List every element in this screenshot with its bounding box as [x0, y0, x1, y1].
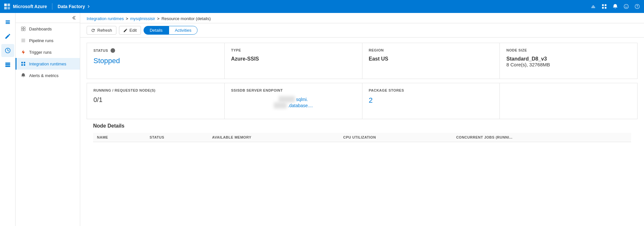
- running-nodes-card-value: 0/1: [93, 96, 218, 104]
- breadcrumb-sep-2: >: [157, 16, 160, 21]
- status-card-label: STATUS: [93, 48, 218, 53]
- integration-runtimes-label: Integration runtimes: [29, 62, 66, 66]
- svg-rect-20: [21, 27, 23, 28]
- alerts-metrics-icon: [21, 73, 26, 78]
- tab-details[interactable]: Details: [144, 26, 169, 35]
- sidebar-collapse-icon[interactable]: [71, 16, 76, 20]
- svg-rect-24: [21, 62, 23, 63]
- svg-rect-19: [5, 66, 10, 67]
- topbar-service: Data Factory: [58, 4, 90, 9]
- node-details-section: Node Details NAME STATUS AVAILABLE MEMOR…: [87, 123, 638, 145]
- svg-rect-2: [4, 7, 7, 9]
- svg-point-9: [625, 6, 626, 6]
- toolbar: Refresh Edit Details Activities: [80, 23, 644, 38]
- cards-row-2: RUNNING / REQUESTED NODE(S) 0/1 SSISDB S…: [87, 83, 638, 119]
- ssisdb-card: SSISDB SERVER ENDPOINT sqlmi. .database.…: [225, 83, 362, 119]
- ssisdb-blurred-suffix: [274, 102, 287, 108]
- status-card: STATUS Stopped: [87, 43, 225, 79]
- alerts-metrics-label: Alerts & metrics: [29, 73, 59, 78]
- svg-rect-0: [4, 4, 7, 6]
- sidebar-item-dashboards[interactable]: Dashboards: [16, 23, 80, 35]
- col-concurrent-jobs: CONCURRENT JOBS (RUNNI...: [452, 133, 631, 142]
- pipeline-runs-label: Pipeline runs: [29, 38, 53, 43]
- sidebar-item-author[interactable]: [1, 30, 14, 43]
- portal-icon[interactable]: [601, 4, 607, 9]
- topbar-actions: [590, 4, 640, 9]
- sidebar-item-integration-runtimes[interactable]: Integration runtimes: [16, 58, 80, 70]
- ssisdb-sqlmi[interactable]: sqlmi.: [296, 97, 308, 102]
- svg-point-8: [624, 4, 628, 9]
- status-card-value[interactable]: Stopped: [93, 57, 218, 65]
- cloud-shell-icon[interactable]: [590, 4, 596, 9]
- tab-group: Details Activities: [144, 26, 198, 35]
- trigger-runs-label: Trigger runs: [29, 50, 52, 55]
- node-size-card-label: NODE SIZE: [506, 48, 631, 52]
- cards-row-1: STATUS Stopped TYPE Azure-SSIS REGION: [87, 43, 638, 79]
- breadcrumb-link-1[interactable]: Integration runtimes: [87, 16, 124, 21]
- sidebar-item-data-factory[interactable]: [1, 16, 14, 28]
- ssisdb-card-value: sqlmi. .database....: [231, 96, 356, 108]
- sidebar-item-manage[interactable]: [1, 58, 14, 71]
- svg-rect-26: [21, 64, 23, 66]
- svg-rect-3: [7, 7, 10, 9]
- type-card-label: TYPE: [231, 48, 356, 52]
- breadcrumb-link-2[interactable]: mysqlmissisir: [130, 16, 155, 21]
- brand-logo: Microsoft Azure: [4, 3, 47, 10]
- breadcrumb-sep-1: >: [126, 16, 128, 21]
- sidebar-item-trigger-runs[interactable]: Trigger runs: [16, 46, 80, 58]
- col-status: STATUS: [146, 133, 208, 142]
- package-stores-card-value[interactable]: 2: [369, 96, 493, 105]
- ssisdb-card-label: SSISDB SERVER ENDPOINT: [231, 88, 356, 92]
- breadcrumb: Integration runtimes > mysqlmissisir > R…: [80, 13, 644, 23]
- svg-rect-7: [605, 7, 606, 9]
- sidebar-nav: Dashboards Pipeline runs Trigger runs: [16, 13, 80, 226]
- integration-runtimes-icon: [21, 61, 26, 66]
- svg-rect-25: [24, 62, 25, 63]
- manage-icon: [5, 62, 11, 68]
- svg-rect-13: [5, 20, 10, 21]
- col-name: NAME: [93, 133, 146, 142]
- region-card-value: East US: [369, 56, 493, 62]
- running-nodes-card: RUNNING / REQUESTED NODE(S) 0/1: [87, 83, 225, 119]
- svg-rect-5: [605, 4, 606, 6]
- svg-rect-27: [24, 64, 25, 66]
- sidebar-item-alerts-metrics[interactable]: Alerts & metrics: [16, 70, 80, 81]
- col-available-memory: AVAILABLE MEMORY: [208, 133, 339, 142]
- svg-rect-18: [5, 64, 10, 65]
- feedback-icon[interactable]: [623, 4, 629, 9]
- edit-label: Edit: [130, 28, 137, 33]
- tab-activities-label: Activities: [175, 28, 191, 33]
- breadcrumb-current: Resource monitor (details): [161, 16, 210, 21]
- node-size-card: NODE SIZE Standard_D8_v3 8 Core(s), 3276…: [500, 43, 637, 79]
- help-icon[interactable]: [634, 4, 640, 9]
- edit-icon: [123, 28, 128, 33]
- author-icon: [5, 33, 11, 40]
- pipeline-runs-icon: [21, 38, 26, 43]
- topbar-divider: [52, 3, 52, 10]
- trigger-runs-icon: [21, 50, 26, 55]
- svg-point-12: [637, 7, 638, 8]
- type-card: TYPE Azure-SSIS: [225, 43, 362, 79]
- data-factory-icon: [5, 19, 11, 25]
- dashboards-icon: [21, 26, 26, 31]
- svg-rect-14: [5, 22, 10, 23]
- refresh-icon: [91, 28, 95, 33]
- svg-rect-22: [21, 29, 23, 31]
- azure-logo-icon: [4, 3, 10, 10]
- refresh-button[interactable]: Refresh: [87, 26, 116, 35]
- node-details-title: Node Details: [93, 123, 631, 129]
- ssisdb-database[interactable]: .database....: [288, 103, 313, 108]
- node-details-table: NAME STATUS AVAILABLE MEMORY CPU UTILIZA…: [93, 133, 631, 142]
- main-content: Integration runtimes > mysqlmissisir > R…: [80, 13, 644, 226]
- svg-rect-6: [602, 7, 604, 9]
- tab-activities[interactable]: Activities: [169, 26, 198, 35]
- svg-rect-21: [24, 27, 25, 28]
- topbar-chevron-icon: [87, 5, 90, 8]
- edit-button[interactable]: Edit: [119, 26, 141, 35]
- sidebar-item-pipeline-runs[interactable]: Pipeline runs: [16, 35, 80, 46]
- dashboards-label: Dashboards: [29, 27, 52, 31]
- sidebar-item-monitor[interactable]: [1, 44, 14, 57]
- notifications-icon[interactable]: [612, 4, 618, 9]
- svg-rect-23: [24, 29, 25, 31]
- sidebar-nav-header: [16, 13, 80, 23]
